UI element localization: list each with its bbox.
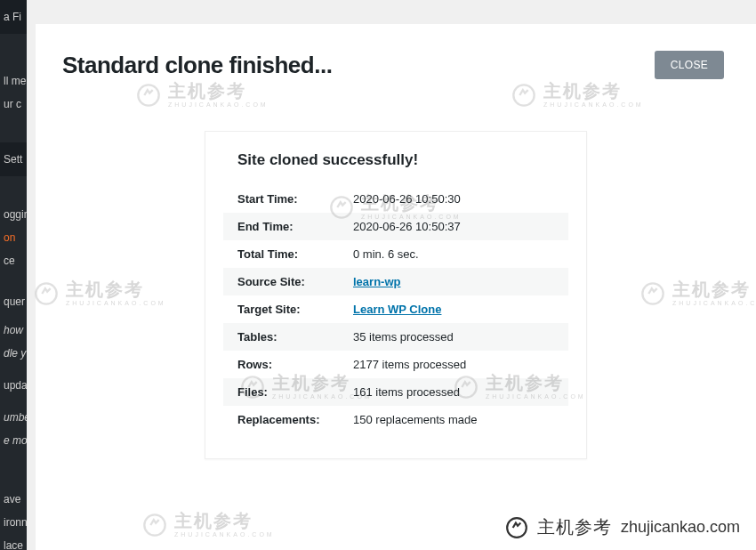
detail-label: Total Time: [223, 240, 339, 268]
footer-watermark-text: 主机参考 [537, 515, 612, 539]
footer-watermark: 主机参考 zhujicankao.com [489, 505, 756, 550]
svg-point-8 [507, 518, 527, 538]
detail-value: 0 min. 6 sec. [339, 240, 568, 268]
table-row: Target Site:Learn WP Clone [223, 295, 568, 323]
site-link[interactable]: Learn WP Clone [353, 303, 441, 316]
detail-label: Tables: [223, 323, 339, 351]
modal-dialog: Standard clone finished... CLOSE Site cl… [36, 24, 756, 550]
footer-watermark-domain: zhujicankao.com [621, 518, 740, 537]
admin-sidebar-fragment: a Fi ll me ur c Sett oggin on ce quer ho… [0, 0, 27, 550]
detail-label: Start Time: [223, 185, 339, 213]
result-heading: Site cloned successfully! [205, 132, 586, 185]
detail-value: Learn WP Clone [339, 295, 568, 323]
table-row: Files:161 items processed [223, 378, 568, 406]
table-row: End Time:2020-06-26 10:50:37 [223, 213, 568, 240]
detail-label: Target Site: [223, 295, 339, 323]
detail-label: Rows: [223, 351, 339, 378]
table-row: Source Site:learn-wp [223, 268, 568, 295]
detail-value: 35 items processed [339, 323, 568, 351]
table-row: Total Time:0 min. 6 sec. [223, 240, 568, 268]
close-button[interactable]: CLOSE [655, 51, 724, 79]
site-link[interactable]: learn-wp [353, 275, 400, 288]
detail-label: Files: [223, 378, 339, 406]
detail-label: Source Site: [223, 268, 339, 295]
table-row: Tables:35 items processed [223, 323, 568, 351]
detail-value: 2020-06-26 10:50:37 [339, 213, 568, 240]
detail-value: 161 items processed [339, 378, 568, 406]
modal-header: Standard clone finished... CLOSE [36, 24, 756, 97]
detail-label: End Time: [223, 213, 339, 240]
result-details-table: Start Time:2020-06-26 10:50:30End Time:2… [223, 185, 568, 433]
detail-value: learn-wp [339, 268, 568, 295]
detail-value: 2177 items processed [339, 351, 568, 378]
modal-title: Standard clone finished... [62, 52, 332, 79]
table-row: Rows:2177 items processed [223, 351, 568, 378]
table-row: Replacements:150 replacements made [223, 406, 568, 433]
detail-value: 150 replacements made [339, 406, 568, 433]
detail-value: 2020-06-26 10:50:30 [339, 185, 568, 213]
result-panel: Site cloned successfully! Start Time:202… [205, 131, 587, 459]
table-row: Start Time:2020-06-26 10:50:30 [223, 185, 568, 213]
detail-label: Replacements: [223, 406, 339, 433]
